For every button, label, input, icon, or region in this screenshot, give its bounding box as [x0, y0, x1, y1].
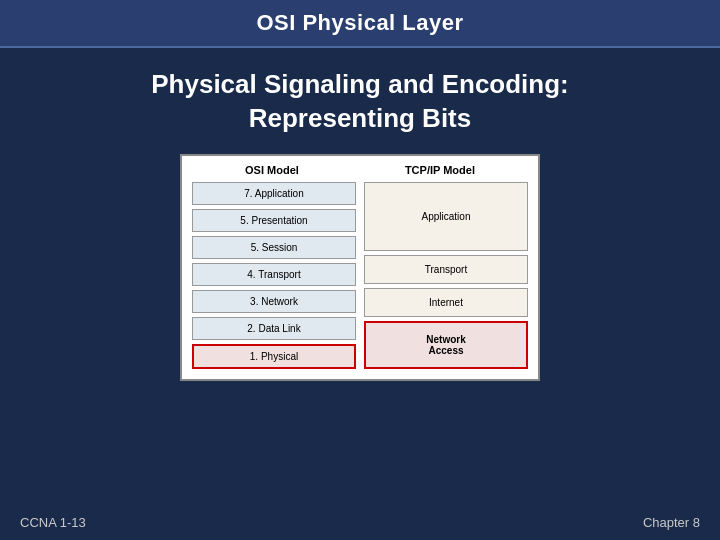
- tcpip-internet: Internet: [364, 288, 528, 317]
- diagram-body: 7. Application 5. Presentation 5. Sessio…: [192, 182, 528, 369]
- osi-layer-2: 2. Data Link: [192, 317, 356, 340]
- osi-layer-7: 7. Application: [192, 182, 356, 205]
- osi-layer-5: 5. Session: [192, 236, 356, 259]
- diagram-header: OSI Model TCP/IP Model: [192, 164, 528, 176]
- osi-diagram: OSI Model TCP/IP Model 7. Application 5.…: [180, 154, 540, 381]
- tcpip-column: Application Transport Internet NetworkAc…: [364, 182, 528, 369]
- osi-layer-1: 1. Physical: [192, 344, 356, 369]
- osi-column: 7. Application 5. Presentation 5. Sessio…: [192, 182, 356, 369]
- osi-model-header: OSI Model: [245, 164, 299, 176]
- subtitle-line1: Physical Signaling and Encoding:: [151, 69, 569, 99]
- osi-layer-4: 4. Transport: [192, 263, 356, 286]
- page-title: OSI Physical Layer: [20, 10, 700, 36]
- tcpip-transport: Transport: [364, 255, 528, 284]
- subtitle-line2: Representing Bits: [249, 103, 472, 133]
- tcpip-network-access: NetworkAccess: [364, 321, 528, 369]
- tcpip-application: Application: [364, 182, 528, 251]
- osi-layer-6: 5. Presentation: [192, 209, 356, 232]
- footer-left: CCNA 1-13: [20, 515, 86, 530]
- main-content: Physical Signaling and Encoding: Represe…: [0, 48, 720, 391]
- title-bar: OSI Physical Layer: [0, 0, 720, 48]
- subtitle: Physical Signaling and Encoding: Represe…: [151, 68, 569, 136]
- footer-right: Chapter 8: [643, 515, 700, 530]
- tcpip-model-header: TCP/IP Model: [405, 164, 475, 176]
- osi-layer-3: 3. Network: [192, 290, 356, 313]
- footer: CCNA 1-13 Chapter 8: [20, 515, 700, 530]
